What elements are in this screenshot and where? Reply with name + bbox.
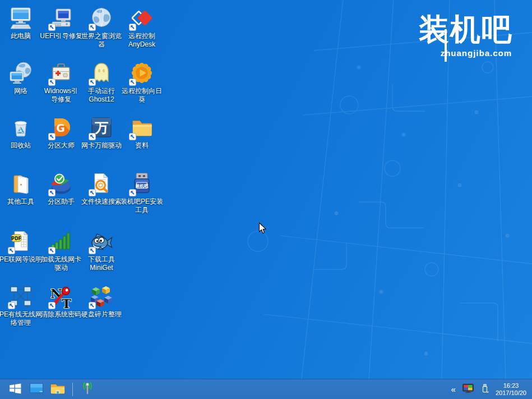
shortcut-arrow-icon	[129, 133, 136, 140]
svg-text:万: 万	[94, 120, 108, 135]
screen: 装机吧 zhuangjiba.com 此电脑UEFI引导修复世界之窗浏览 器远程…	[0, 0, 532, 399]
taskbar-clock[interactable]: 16:23 2017/10/20	[496, 382, 526, 397]
desktop[interactable]: 装机吧 zhuangjiba.com 此电脑UEFI引导修复世界之窗浏览 器远程…	[0, 0, 532, 379]
folder-icon	[129, 115, 154, 140]
usb-zjb-icon: 装机吧	[129, 171, 154, 196]
pdf-icon: PDF	[8, 229, 33, 254]
anydesk-icon	[129, 6, 154, 30]
diskgenius-icon: G	[49, 115, 73, 140]
computer-icon	[8, 6, 33, 30]
shortcut-arrow-icon	[48, 189, 55, 196]
desktop-icon-disk-defrag[interactable]: 硬盘碎片整理	[81, 284, 122, 319]
show-desktop-button[interactable]	[27, 380, 46, 398]
ghost-icon	[89, 61, 114, 85]
desktop-monitor-icon	[29, 380, 44, 398]
shortcut-arrow-icon	[48, 302, 55, 309]
brand-logo-subtitle: zhuangjiba.com	[409, 48, 513, 58]
wireless-network-button[interactable]	[78, 380, 97, 398]
brand-logo-title: 装机吧	[409, 12, 513, 46]
desktop-icon-label: 远程控制 AnyDesk	[114, 32, 170, 49]
shortcut-arrow-icon	[129, 79, 136, 86]
net-globe-icon	[8, 61, 33, 85]
globe-icon	[89, 6, 114, 30]
taskbar-left	[0, 380, 97, 398]
shortcut-arrow-icon	[89, 189, 96, 196]
shortcut-arrow-icon	[89, 24, 96, 31]
taskbar-separator	[72, 383, 73, 396]
antenna-signal-icon	[80, 380, 95, 398]
tray-expand-chevron[interactable]: «	[450, 385, 457, 393]
folder-icon	[50, 380, 66, 398]
start-button[interactable]	[6, 380, 25, 398]
desktop-icon-label: 下载工具 MiniGet	[73, 255, 129, 272]
clock-time: 16:23	[496, 382, 526, 389]
shortcut-arrow-icon	[48, 247, 55, 254]
shortcut-arrow-icon	[129, 189, 136, 196]
display-settings-icon[interactable]	[462, 382, 474, 397]
system-tray: «	[450, 382, 532, 397]
shortcut-arrow-icon	[129, 24, 136, 31]
desktop-icon-files[interactable]: 资料	[122, 115, 162, 150]
desktop-icon-label: 装机吧PE安装 工具	[114, 198, 170, 214]
brand-logo-stroke	[445, 29, 447, 62]
clock-date: 2017/10/20	[496, 389, 526, 397]
defrag-icon	[89, 284, 114, 309]
desktop-icon-label: 硬盘碎片整理	[73, 310, 129, 319]
svg-text:装机吧: 装机吧	[135, 184, 149, 189]
shortcut-arrow-icon	[89, 247, 96, 254]
wan-icon: 万	[89, 115, 114, 140]
folder-open-icon	[8, 171, 33, 196]
shortcut-arrow-icon	[8, 302, 15, 309]
shortcut-arrow-icon	[48, 133, 55, 140]
windows-logo-icon	[8, 381, 23, 398]
pie-check-icon	[49, 171, 73, 196]
desktop-icon-zhuangjiba-pe-installer[interactable]: 装机吧装机吧PE安装 工具	[122, 171, 162, 214]
pc-case-icon	[49, 6, 73, 30]
usb-eject-icon[interactable]	[479, 383, 491, 396]
doc-search-icon	[89, 171, 114, 196]
sunflower-icon	[129, 61, 154, 85]
shortcut-arrow-icon	[89, 79, 96, 86]
desktop-icon-anydesk-remote[interactable]: 远程控制 AnyDesk	[122, 6, 162, 49]
shortcut-arrow-icon	[89, 302, 96, 309]
bars-icon	[49, 229, 73, 254]
desktop-icon-sunflower-remote[interactable]: 远程控制向日 葵	[122, 61, 162, 104]
svg-text:T: T	[62, 296, 71, 309]
shortcut-arrow-icon	[8, 247, 15, 254]
file-explorer-button[interactable]	[48, 380, 67, 398]
brand-logo: 装机吧 zhuangjiba.com	[409, 12, 513, 58]
shortcut-arrow-icon	[48, 79, 55, 86]
recycle-icon	[8, 115, 33, 140]
toolbox-icon	[49, 61, 73, 85]
nt-key-icon: NT	[49, 284, 73, 309]
topology-icon	[8, 284, 33, 309]
desktop-icon-label: 远程控制向日 葵	[114, 87, 170, 104]
svg-text:G: G	[56, 122, 65, 134]
desktop-icon-pe-network-manager[interactable]: PE有线无线网 络管理	[1, 284, 41, 327]
shortcut-arrow-icon	[89, 133, 96, 140]
mouse-cursor	[258, 222, 267, 235]
desktop-icon-label: 资料	[114, 141, 170, 150]
svg-text:PDF: PDF	[11, 236, 21, 241]
svg-text:N: N	[50, 286, 62, 301]
desktop-icon-miniget-downloader[interactable]: 下载工具 MiniGet	[81, 229, 122, 272]
shark-icon	[89, 229, 114, 254]
taskbar: «	[0, 379, 532, 399]
shortcut-arrow-icon	[48, 24, 55, 31]
